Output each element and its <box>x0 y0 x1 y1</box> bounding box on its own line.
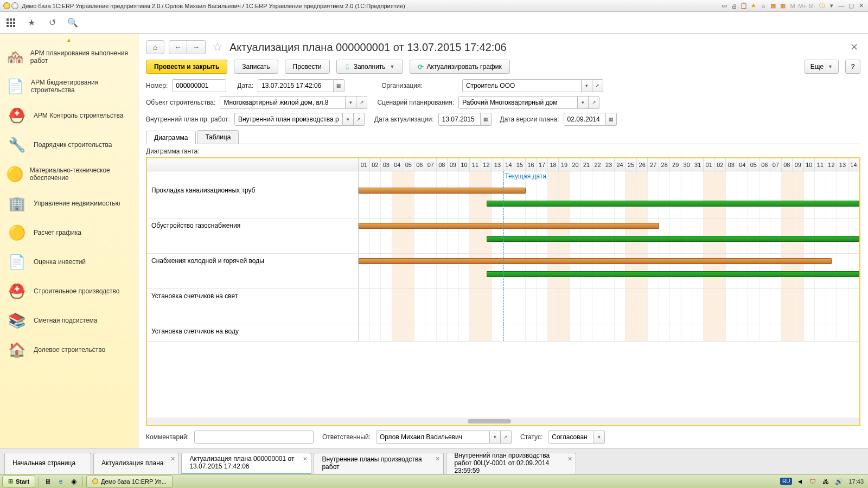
tray-icon[interactable]: ◄ <box>794 476 805 487</box>
calendar-icon[interactable]: ▦ <box>779 2 787 10</box>
org-field[interactable] <box>462 79 582 92</box>
tab-diagram[interactable]: Диаграмма <box>146 131 196 144</box>
calc-icon[interactable]: ▦ <box>769 2 777 10</box>
sidebar-item[interactable]: 🟡Расчет графика <box>0 218 138 247</box>
favorite-toggle[interactable]: ☆ <box>212 40 223 54</box>
actual-date-field[interactable] <box>438 113 481 126</box>
m-button[interactable]: M <box>789 2 796 10</box>
dropdown-icon[interactable]: ▾ <box>346 96 356 109</box>
comment-field[interactable] <box>194 431 314 444</box>
post-and-close-button[interactable]: Провести и закрыть <box>146 60 227 74</box>
window-tab[interactable]: Актуализация плана✕ <box>93 453 179 474</box>
sidebar-item[interactable]: 🟡Материально-техническое обеспечение <box>0 159 138 189</box>
window-tab[interactable]: Актуализация плана 000000001 от 13.07.20… <box>181 453 311 474</box>
tray-network-icon[interactable]: 🖧 <box>820 476 831 487</box>
taskbar-app[interactable]: Демо база 1С:ERP Уп... <box>86 476 173 487</box>
close-tab-icon[interactable]: ✕ <box>567 455 572 463</box>
post-button[interactable]: Провести <box>285 60 330 74</box>
sidebar-item[interactable]: 📄Оценка инвестий <box>0 247 138 277</box>
update-chart-button[interactable]: ⟳Актуализировать график <box>410 60 510 74</box>
maximize-icon[interactable]: ▢ <box>847 2 855 10</box>
gantt-scrollbar[interactable] <box>147 418 859 425</box>
toolbar-icon[interactable]: 🖨 <box>730 2 738 10</box>
sidebar-item[interactable]: 🏘️АРМ планирования выполнения работ <box>0 42 138 72</box>
minimize-icon[interactable]: — <box>838 2 845 10</box>
dropdown-icon[interactable]: ▾ <box>578 96 589 109</box>
gantt-bar-actual[interactable] <box>487 201 859 207</box>
favorite-icon[interactable]: ★ <box>750 2 757 10</box>
tray-shield-icon[interactable]: 🛡 <box>807 476 818 487</box>
home-button[interactable]: ⌂ <box>146 40 164 54</box>
save-button[interactable]: Записать <box>234 60 278 74</box>
dropdown-icon[interactable]: ▾ <box>828 2 835 10</box>
dropdown-icon[interactable]: ▾ <box>582 79 592 92</box>
window-tab[interactable]: Начальная страница <box>4 453 91 474</box>
sidebar-item[interactable]: 📚Сметная подсистема <box>0 306 138 335</box>
help-button[interactable]: ? <box>845 60 860 74</box>
search-icon[interactable]: 🔍 <box>67 17 78 28</box>
sidebar-item[interactable]: 🔧Подрядчик строительства <box>0 130 138 159</box>
gantt-bar-actual[interactable] <box>487 271 859 277</box>
open-icon[interactable]: ↗ <box>592 79 603 92</box>
start-button[interactable]: ⊞ Start <box>2 476 35 487</box>
m-minus-button[interactable]: M- <box>808 2 816 10</box>
dropdown-icon[interactable]: ▾ <box>490 431 501 444</box>
app-menu-icon[interactable] <box>11 2 18 9</box>
show-desktop-icon[interactable]: 🖥 <box>42 476 53 487</box>
sidebar-item[interactable]: 🏢Управление недвижимостью <box>0 189 138 218</box>
back-button[interactable]: ← <box>169 40 187 54</box>
info-icon[interactable]: ⓘ <box>818 2 826 10</box>
clock[interactable]: 17:43 <box>846 478 866 485</box>
day-header: 24 <box>615 158 626 171</box>
window-tab[interactable]: Внутренние планы производства работ✕ <box>314 453 444 474</box>
number-field[interactable] <box>172 79 226 92</box>
gantt-bar-plan[interactable] <box>359 188 526 194</box>
open-icon[interactable]: ↗ <box>501 431 512 444</box>
fill-button[interactable]: ⇩Заполнить▼ <box>336 60 403 74</box>
toolbar-icon[interactable]: ⌂ <box>760 2 767 10</box>
window-tab[interactable]: Внутренний план производства работ 00ЦУ-… <box>446 453 576 474</box>
history-icon[interactable]: ↺ <box>47 17 58 28</box>
tray-volume-icon[interactable]: 🔊 <box>833 476 844 487</box>
open-icon[interactable]: ↗ <box>354 113 365 126</box>
toolbar-icon[interactable]: ▭ <box>720 2 728 10</box>
close-document-button[interactable]: ✕ <box>850 41 860 53</box>
responsible-field[interactable] <box>376 431 490 444</box>
calendar-icon[interactable]: ▦ <box>606 113 617 126</box>
date-field[interactable] <box>258 79 334 92</box>
inner-plan-field[interactable] <box>234 113 343 126</box>
sidebar-item[interactable]: ⛑️Строительное производство <box>0 277 138 306</box>
scenario-field[interactable] <box>458 96 578 109</box>
language-indicator[interactable]: RU <box>780 478 792 485</box>
sidebar-item[interactable]: 🏠Долевое строительство <box>0 335 138 364</box>
browser-ie-icon[interactable]: e <box>55 476 66 487</box>
gantt-bar-plan[interactable] <box>359 258 832 264</box>
close-tab-icon[interactable]: ✕ <box>170 455 175 463</box>
forward-button[interactable]: → <box>187 40 206 54</box>
object-field[interactable] <box>220 96 346 109</box>
tab-label: Актуализация плана 000000001 от 13.07.20… <box>189 455 303 471</box>
open-icon[interactable]: ↗ <box>356 96 367 109</box>
browser-chrome-icon[interactable]: ◉ <box>68 476 79 487</box>
sidebar-item[interactable]: ⛑️АРМ Контроль строительства <box>0 101 138 130</box>
gantt-bar-actual[interactable] <box>487 236 859 242</box>
sidebar-item[interactable]: 📄АРМ бюджетирования строительства <box>0 72 138 101</box>
scroll-up-icon[interactable]: ▲ <box>0 37 138 42</box>
version-date-field[interactable] <box>564 113 606 126</box>
calendar-icon[interactable]: ▦ <box>481 113 492 126</box>
more-button[interactable]: Еще▼ <box>805 60 839 74</box>
close-tab-icon[interactable]: ✕ <box>303 455 308 463</box>
open-icon[interactable]: ↗ <box>589 96 599 109</box>
star-icon[interactable]: ★ <box>26 17 37 28</box>
dropdown-icon[interactable]: ▾ <box>343 113 354 126</box>
dropdown-icon[interactable]: ▾ <box>594 431 605 444</box>
m-plus-button[interactable]: M+ <box>799 2 806 10</box>
gantt-bar-plan[interactable] <box>359 223 659 229</box>
toolbar-icon[interactable]: 📋 <box>740 2 748 10</box>
tab-table[interactable]: Таблица <box>197 130 239 144</box>
close-icon[interactable]: ✕ <box>857 2 865 10</box>
status-field[interactable] <box>548 431 594 444</box>
close-tab-icon[interactable]: ✕ <box>435 455 440 463</box>
calendar-icon[interactable]: ▦ <box>334 79 344 92</box>
apps-grid-icon[interactable] <box>5 17 16 28</box>
